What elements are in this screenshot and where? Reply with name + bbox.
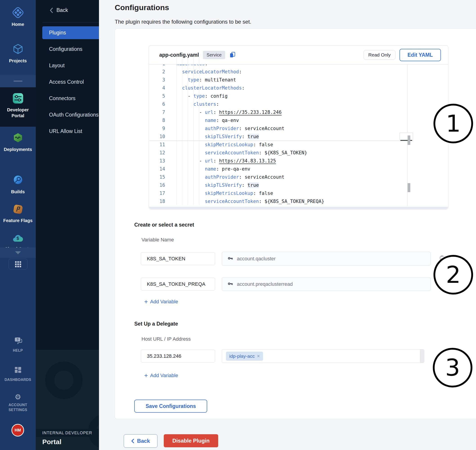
back-link[interactable]: Back: [49, 7, 68, 13]
delegate-tags-field[interactable]: idp-play-acc ×: [222, 349, 424, 363]
indent-guide: [188, 56, 188, 205]
edit-yaml-button[interactable]: Edit YAML: [400, 49, 441, 61]
code-line: 14 name: pre-qa-env: [149, 165, 448, 173]
host-url-input[interactable]: [141, 350, 215, 362]
feature-flags-icon: [13, 204, 24, 216]
menu-item-configurations[interactable]: Configurations: [36, 43, 99, 56]
sidebar-brand-area: INTERNAL DEVELOPER Portal: [36, 350, 99, 450]
developer-portal-icon: [12, 93, 24, 105]
plugin-menu: Plugins Configurations Layout Access Con…: [36, 26, 99, 141]
sidebar-item-dashboards[interactable]: DASHBOARDS: [0, 366, 36, 383]
page-title: Configurations: [115, 3, 169, 12]
brand-kicker: INTERNAL DEVELOPER: [42, 431, 92, 435]
sidebar-item-label: Feature Flags: [3, 218, 32, 223]
code-line: 16 skipTLSVerify: true: [149, 181, 448, 189]
sidebar-item-deployments[interactable]: Deployments: [0, 132, 36, 152]
save-configurations-button[interactable]: Save Configurations: [134, 400, 207, 413]
host-url-label: Host URL / IP Address: [141, 336, 191, 342]
secret-selector[interactable]: account.preqaclusterread: [222, 277, 431, 291]
deployments-icon: [12, 132, 24, 144]
indent-guide: [176, 56, 176, 205]
horizontal-scrollbar[interactable]: [149, 207, 448, 209]
code-line: 7 - url: https://35.233.128.246: [149, 108, 448, 116]
disable-plugin-button[interactable]: Disable Plugin: [164, 434, 218, 447]
main-content: Configurations The plugin requires the f…: [99, 0, 476, 450]
page-subtitle: The plugin requires the following config…: [115, 19, 251, 25]
delegate-tag-chip: idp-play-acc ×: [226, 352, 263, 361]
code-line: 2 serviceLocatorMethod:: [149, 68, 448, 76]
key-icon: [227, 281, 233, 288]
cloud-costs-icon: $: [12, 233, 24, 244]
sidebar-item-home[interactable]: Home: [0, 7, 36, 27]
yaml-filename: app-config.yaml: [159, 52, 199, 58]
code-line: 4 clusterLocatorMethods:: [149, 84, 448, 92]
sidebar-item-label: ACCOUNT SETTINGS: [5, 403, 31, 412]
menu-item-layout[interactable]: Layout: [36, 59, 99, 72]
annotation-circle-2: 2: [434, 255, 473, 295]
plus-icon: +: [144, 373, 148, 378]
builds-icon: [12, 175, 24, 187]
yaml-viewer: app-config.yaml Service Read Only Edit Y…: [149, 45, 448, 209]
user-avatar[interactable]: HM: [12, 424, 24, 437]
scrollbar-thumb[interactable]: [408, 183, 410, 192]
brand-strip: INTERNAL DEVELOPER: [36, 429, 99, 437]
sidebar-item-projects[interactable]: Projects: [0, 43, 36, 64]
annotation-circle-1: 1: [434, 104, 473, 143]
code-line: 13 - url: https://34.83.13.125: [149, 157, 448, 165]
sidebar-item-builds[interactable]: Builds: [0, 175, 36, 195]
menu-item-access-control[interactable]: Access Control: [36, 76, 99, 89]
sidebar-item-account-settings[interactable]: ⚙ ACCOUNT SETTINGS: [0, 393, 36, 412]
footer-back-button[interactable]: Back: [124, 434, 158, 448]
variable-name-label: Variable Name: [141, 237, 174, 243]
sidebar-item-feature-flags[interactable]: Feature Flags: [0, 204, 36, 223]
dashboards-icon: [14, 366, 22, 375]
module-picker-button[interactable]: [9, 259, 27, 270]
secret-value: account.qacluster: [237, 256, 276, 262]
copy-icon[interactable]: [229, 52, 236, 58]
sidebar-collapse-toggle[interactable]: [0, 248, 36, 258]
sidebar-item-label: HELP: [13, 348, 23, 354]
code-line: 18 serviceAccountToken: ${K8S_SA_TOKEN_P…: [149, 197, 448, 205]
menu-item-oauth-configurations[interactable]: OAuth Configurations: [36, 108, 99, 121]
code-line: 6 clusters:: [149, 100, 448, 108]
harness-logo-icon: [12, 7, 24, 19]
code-line: 9 authProvider: serviceAccount: [149, 124, 448, 132]
sidebar-section-divider: [0, 75, 36, 87]
scrollbar-thumb[interactable]: [408, 136, 410, 145]
scrollbar-annotation: [400, 133, 413, 141]
help-chat-icon: ?: [13, 337, 23, 346]
sidebar-item-label: Deployments: [4, 147, 32, 152]
indent-guide: [194, 56, 194, 205]
remove-tag-icon[interactable]: ×: [257, 354, 260, 358]
current-line-rule: [149, 141, 407, 141]
code-line: 1kubernetes:: [149, 65, 448, 68]
add-variable-link[interactable]: + Add Variable: [144, 299, 178, 305]
code-line: 3 type: multiTenant: [149, 76, 448, 84]
menu-item-url-allow-list[interactable]: URL Allow List: [36, 125, 99, 138]
variable-name-input[interactable]: [141, 278, 215, 290]
chevron-left-icon: [131, 439, 134, 443]
sidebar-item-help[interactable]: ? HELP: [0, 337, 36, 354]
tag-field-scrollbar: [420, 349, 424, 363]
indent-guide: [199, 56, 199, 205]
menu-item-connectors[interactable]: Connectors: [36, 92, 99, 105]
add-delegate-link[interactable]: + Add Variable: [144, 373, 178, 379]
menu-item-plugins[interactable]: Plugins: [42, 26, 99, 39]
brand-title: Portal: [42, 438, 61, 446]
annotation-circle-3: 3: [433, 348, 472, 387]
apps-grid-icon: [15, 261, 21, 267]
secret-value: account.preqaclusterread: [237, 281, 293, 287]
chevron-down-icon: [15, 251, 21, 254]
svg-text:?: ?: [16, 338, 18, 341]
sidebar-item-label: Builds: [11, 189, 25, 195]
sidebar-item-developer-portal[interactable]: Developer Portal: [0, 93, 36, 118]
secret-section-heading: Create or select a secret: [134, 222, 194, 228]
yaml-header: app-config.yaml Service Read Only Edit Y…: [149, 45, 448, 65]
decorative-ring: [45, 361, 82, 399]
sidebar-item-label: Home: [12, 21, 24, 27]
code-line: 17 skipMetricsLookup: false: [149, 189, 448, 197]
configurations-card: app-config.yaml Service Read Only Edit Y…: [115, 29, 476, 419]
variable-name-input[interactable]: [141, 252, 215, 265]
code-line: 11 skipMetricsLookup: false: [149, 141, 448, 149]
secret-selector[interactable]: account.qacluster: [222, 252, 431, 266]
